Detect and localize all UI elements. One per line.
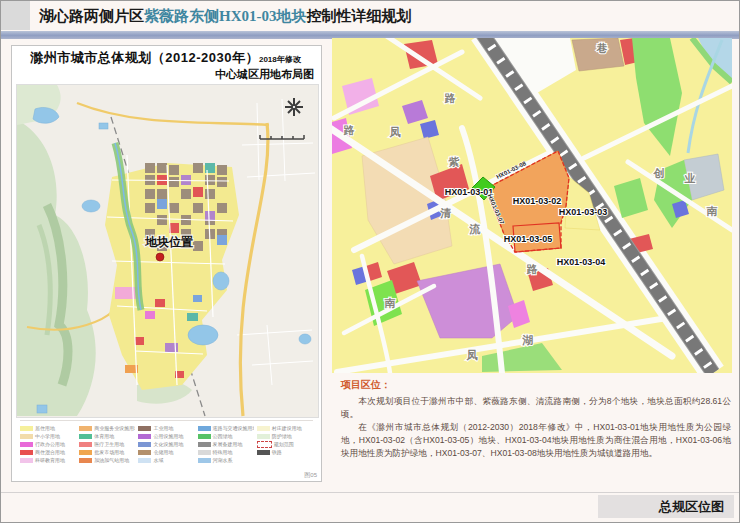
legend-item: 居住用地	[20, 424, 76, 432]
legend-item: 文化设施用地	[138, 440, 194, 448]
legend-label: 铁路	[272, 449, 282, 455]
legend-swatch	[20, 442, 33, 447]
legend-item: 水域	[138, 456, 194, 464]
legend-label: 道路与交通设施用地	[213, 425, 254, 431]
legend-swatch	[138, 458, 151, 463]
legend-item: 规划范围	[257, 440, 313, 448]
road-name-label: 紫	[448, 156, 460, 168]
legend-label: 居住用地	[35, 425, 55, 431]
plot-id-label: HX01-03-01	[445, 187, 494, 197]
legend-item: 河湖水系	[198, 456, 254, 464]
legend-label: 商住混合用地	[35, 449, 65, 455]
legend-label: 医疗卫生用地	[94, 441, 124, 447]
legend-item: 公用设施用地	[138, 432, 194, 440]
legend-label: 河湖水系	[213, 457, 233, 463]
road-name-label: 南	[706, 205, 718, 217]
legend-label: 发展备建用地	[213, 441, 243, 447]
legend-item: 体育用地	[79, 432, 135, 440]
legend: 居住用地商业服务业设施用地工业用地道路与交通设施用地村庄建设用地中小学用地体育用…	[20, 420, 313, 466]
footer-divider	[1, 492, 740, 493]
note-para-2: 在《滁州市城市总体规划（2012-2030）2018年修改》中，HX01-03-…	[341, 421, 731, 460]
plot-location-marker[interactable]	[156, 253, 164, 261]
legend-label: 商业服务业设施用地	[94, 425, 135, 431]
road-name-label: 创	[653, 167, 665, 179]
legend-item: 工业用地	[138, 424, 194, 432]
plot-id-label: HX01-03-04	[557, 257, 606, 267]
page-title: 湖心路两侧片区紫薇路东侧HX01-03地块控制性详细规划	[39, 1, 412, 31]
legend-item: 科研教育用地	[20, 456, 76, 464]
road-name-label: 路	[444, 92, 456, 104]
legend-label: 文化设施用地	[153, 441, 183, 447]
legend-label: 批发市场用地	[94, 449, 124, 455]
legend-item: 道路与交通设施用地	[198, 424, 254, 432]
legend-swatch	[138, 442, 151, 447]
road-name-label: 业	[684, 172, 696, 184]
legend-swatch	[198, 434, 211, 439]
road-name-label: 南	[384, 297, 396, 309]
overview-panel-title: 滁州市城市总体规划（2012-2030年）2018年修改	[14, 49, 317, 67]
plot-id-label: HX01-03-02	[513, 196, 562, 206]
legend-swatch	[198, 450, 211, 455]
legend-swatch	[20, 458, 33, 463]
location-note: 项目区位： 本次规划项目位于滁州市中部、紫薇路东侧、清流路南侧，分为8个地块，地…	[341, 378, 731, 460]
legend-swatch	[257, 426, 270, 431]
legend-swatch	[79, 458, 92, 463]
legend-label: 规划范围	[274, 441, 294, 447]
legend-label: 工业用地	[153, 425, 173, 431]
note-para-1: 本次规划项目位于滁州市中部、紫薇路东侧、清流路南侧，分为8个地块，地块总面积约2…	[341, 395, 731, 421]
legend-label: 特殊用地	[213, 449, 233, 455]
overview-panel-subtitle: 中心城区用地布局图	[14, 67, 314, 82]
legend-label: 防护绿地	[272, 433, 292, 439]
road-name-label: 路	[343, 124, 355, 136]
legend-swatch	[79, 450, 92, 455]
legend-label: 行政办公用地	[35, 441, 65, 447]
overview-map[interactable]: 地块位置	[16, 84, 319, 418]
legend-item: 村庄建设用地	[257, 424, 313, 432]
legend-swatch	[20, 450, 33, 455]
road-name-label: 巷	[596, 42, 608, 54]
legend-swatch	[257, 441, 272, 448]
legend-item: 中小学用地	[20, 432, 76, 440]
corner-block	[1, 1, 30, 30]
legend-item: 商业服务业设施用地	[79, 424, 135, 432]
legend-item: 公园绿地	[198, 432, 254, 440]
legend-label: 仓储用地	[153, 449, 173, 455]
legend-item: 加油加气站用地	[79, 456, 135, 464]
legend-swatch	[257, 434, 270, 439]
overview-panel: 滁州市城市总体规划（2012-2030年）2018年修改 中心城区用地布局图	[11, 45, 322, 482]
plot-id-label: HX01-03-03	[559, 207, 608, 217]
legend-swatch	[198, 426, 211, 431]
legend-item: 仓储用地	[138, 448, 194, 456]
legend-item: 特殊用地	[198, 448, 254, 456]
legend-label: 体育用地	[94, 433, 114, 439]
overview-title-text: 滁州市城市总体规划（2012-2030年）	[30, 50, 259, 65]
road-name-label: 湖	[522, 334, 534, 346]
legend-swatch	[20, 426, 33, 431]
legend-item: 铁路	[257, 448, 313, 456]
legend-swatch	[138, 450, 151, 455]
footer-badge: 总规区位图	[598, 495, 734, 518]
legend-swatch	[138, 434, 151, 439]
figure-number: 图05	[304, 471, 317, 480]
legend-swatch	[79, 442, 92, 447]
legend-item: 商住混合用地	[20, 448, 76, 456]
legend-swatch	[20, 434, 33, 439]
legend-item: 批发市场用地	[79, 448, 135, 456]
legend-swatch	[198, 442, 211, 447]
page-title-suffix: 控制性详细规划	[307, 7, 412, 24]
legend-swatch	[198, 458, 211, 463]
legend-label: 科研教育用地	[35, 457, 65, 463]
legend-label: 水域	[153, 457, 163, 463]
detail-map[interactable]: 路凤路巷紫清流路创业南南凤湖 HX01-03-01HX01-03-02HX01-…	[332, 38, 732, 373]
legend-label: 村庄建设用地	[272, 425, 302, 431]
legend-swatch	[138, 426, 151, 431]
road-name-label: 路	[526, 263, 538, 275]
page-title-prefix: 湖心路两侧片区	[39, 7, 144, 24]
road-name-label: 清	[440, 207, 452, 219]
note-heading: 项目区位：	[341, 378, 731, 392]
legend-item: 防护绿地	[257, 432, 313, 440]
road-name-label: 凤	[389, 126, 402, 138]
road-name-label: 凤	[466, 349, 479, 361]
legend-swatch	[79, 434, 92, 439]
plot-location-label: 地块位置	[144, 235, 193, 249]
